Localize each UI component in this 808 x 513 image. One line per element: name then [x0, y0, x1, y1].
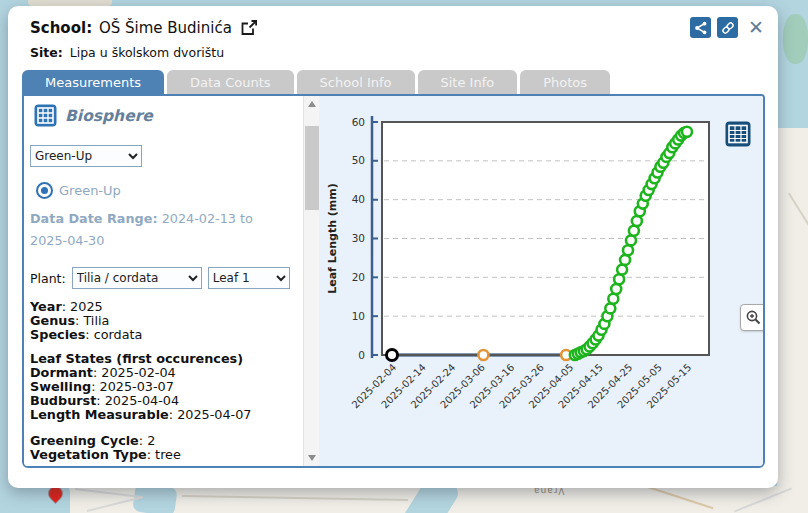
info-line: Vegetation Type: tree: [30, 448, 181, 462]
school-title: School: OŠ Šime Budinića: [30, 19, 259, 37]
y-tick-label: 60: [352, 116, 365, 128]
close-icon[interactable]: ✕: [748, 17, 764, 38]
map-land-right: [777, 128, 808, 490]
chart-point: [478, 350, 488, 360]
scroll-down-icon[interactable]: [304, 450, 320, 466]
share-icon: [694, 21, 708, 35]
leaf-select[interactable]: Leaf 1: [208, 267, 290, 289]
tab-data-counts[interactable]: Data Counts: [167, 70, 294, 95]
plant-info: Year: 2025Genus: TiliaSpecies: cordata: [30, 300, 142, 342]
leaf-states: Leaf States (first occurences) Dormant: …: [30, 352, 252, 422]
info-line: Greening Cycle: 2: [30, 434, 181, 448]
info-line: Budburst: 2025-04-04: [30, 394, 252, 408]
section-title: Biosphere: [65, 107, 153, 125]
tab-site-info[interactable]: Site Info: [418, 70, 518, 95]
map-park-area: [783, 14, 808, 64]
y-tick-label: 10: [352, 310, 365, 322]
popup-toolbar: ✕: [690, 17, 764, 38]
y-tick-label: 50: [352, 154, 365, 166]
plant-selector-row: Plant: Tilia / cordata Leaf 1: [30, 267, 290, 289]
school-label: School:: [30, 19, 92, 37]
data-table-icon: [725, 121, 751, 147]
plant-label: Plant:: [30, 271, 66, 286]
show-data-table-button[interactable]: [725, 121, 751, 151]
open-in-new-icon[interactable]: [240, 19, 259, 37]
y-tick-label: 0: [358, 349, 365, 361]
y-tick-label: 30: [352, 232, 365, 244]
site-data-popup: School: OŠ Šime Budinića Site: Lipa u šk…: [8, 6, 778, 488]
protocol-select[interactable]: Green-Up: [30, 145, 142, 167]
site-title: Site: Lipa u školskom dvorištu: [30, 45, 224, 60]
share-button[interactable]: [690, 17, 711, 38]
chart-point: [623, 245, 633, 255]
info-line: Length Measurable: 2025-04-07: [30, 408, 252, 422]
cycle-info: Greening Cycle: 2Vegetation Type: tree: [30, 434, 181, 462]
scrollbar-thumb[interactable]: [305, 126, 319, 210]
greenup-radio-label: Green-Up: [59, 183, 121, 198]
leaf-states-heading: Leaf States (first occurences): [30, 352, 252, 366]
info-line: Species: cordata: [30, 328, 142, 342]
greenup-radio[interactable]: [36, 182, 53, 199]
y-tick-label: 40: [352, 193, 365, 205]
data-date-range: Data Date Range: 2024-02-13 to 2025-04-3…: [30, 208, 264, 252]
info-line: Year: 2025: [30, 300, 142, 314]
measurements-panel: Biosphere Green-Up Green-Up Data Date Ra…: [22, 94, 765, 468]
chart-point: [682, 127, 692, 137]
tab-school-info[interactable]: School Info: [297, 70, 415, 95]
tab-bar: MeasurementsData CountsSchool InfoSite I…: [22, 70, 610, 95]
sidebar-scrollbar[interactable]: [303, 96, 320, 466]
chart-point: [387, 350, 398, 361]
chart-panel: 0102030405060Leaf Length (mm)2025-02-042…: [319, 96, 763, 466]
y-tick-label: 20: [352, 271, 365, 283]
info-line: Dormant: 2025-02-04: [30, 366, 252, 380]
leaf-length-chart: 0102030405060Leaf Length (mm)2025-02-042…: [319, 96, 763, 462]
school-name: OŠ Šime Budinića: [99, 19, 232, 37]
scroll-up-icon[interactable]: [304, 96, 320, 112]
greenup-radio-row: Green-Up: [36, 182, 121, 199]
magnifier-plus-icon: [745, 309, 762, 326]
site-name: Lipa u školskom dvorištu: [70, 45, 224, 60]
zoom-in-button[interactable]: [740, 304, 765, 331]
table-icon: [34, 104, 57, 127]
tab-measurements[interactable]: Measurements: [22, 70, 164, 95]
y-axis-title: Leaf Length (mm): [326, 183, 339, 294]
plant-select[interactable]: Tilia / cordata: [72, 267, 202, 289]
link-button[interactable]: [717, 17, 738, 38]
info-line: Genus: Tilia: [30, 314, 142, 328]
tab-photos[interactable]: Photos: [520, 70, 610, 95]
link-icon: [721, 21, 735, 35]
info-line: Swelling: 2025-03-07: [30, 380, 252, 394]
site-label: Site:: [30, 45, 63, 60]
measurement-sidebar: Biosphere Green-Up Green-Up Data Date Ra…: [24, 96, 303, 466]
